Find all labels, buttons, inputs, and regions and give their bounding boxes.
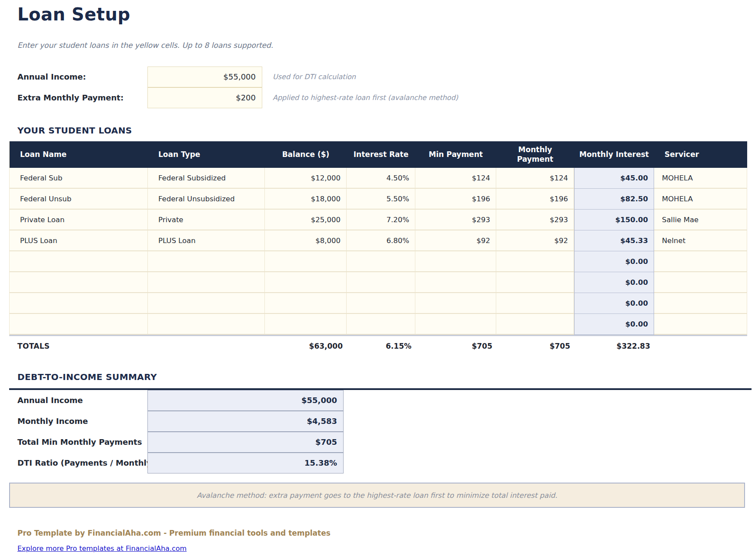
- monthly-interest-cell: $45.00: [574, 168, 654, 189]
- totals-monthly-interest: $322.83: [574, 336, 654, 357]
- dti-annual-income-label: Annual Income: [17, 390, 83, 411]
- dti-total-min-payments-label: Total Min Monthly Payments: [17, 432, 142, 453]
- dti-total-min-payments-value: $705: [147, 432, 344, 453]
- servicer-cell[interactable]: [654, 293, 747, 314]
- extra-payment-note: Applied to highest-rate loan first (aval…: [273, 87, 458, 108]
- interest-rate-cell[interactable]: 6.80%: [347, 230, 415, 251]
- interest-rate-cell[interactable]: 5.50%: [347, 189, 415, 210]
- col-header-monthly-interest: Monthly Interest: [574, 141, 654, 168]
- loan-name-cell[interactable]: Federal Unsub: [10, 189, 148, 210]
- annual-income-row: Annual Income: $55,000 Used for DTI calc…: [0, 67, 755, 87]
- dti-row: Annual Income $55,000: [9, 390, 752, 411]
- col-header-min-payment: Min Payment: [415, 141, 496, 168]
- servicer-cell[interactable]: [654, 314, 747, 335]
- dti-monthly-income-label: Monthly Income: [17, 411, 88, 432]
- extra-payment-input[interactable]: $200: [147, 87, 262, 108]
- annual-income-note: Used for DTI calculation: [273, 67, 356, 87]
- loan-type-cell[interactable]: [148, 251, 265, 272]
- balance-cell[interactable]: $8,000: [265, 230, 347, 251]
- loan-name-cell[interactable]: PLUS Loan: [10, 230, 148, 251]
- col-header-monthly-payment: Monthly Payment: [496, 141, 574, 168]
- totals-balance: $63,000: [264, 336, 346, 357]
- loan-type-cell[interactable]: PLUS Loan: [148, 230, 265, 251]
- interest-rate-cell[interactable]: [347, 314, 415, 335]
- monthly-payment-cell: $196: [496, 189, 574, 210]
- dti-section-heading: DEBT-TO-INCOME SUMMARY: [17, 372, 157, 382]
- dti-row: DTI Ratio (Payments / Monthly Income) 15…: [9, 453, 752, 473]
- totals-label: TOTALS: [9, 336, 147, 357]
- page-subtitle: Enter your student loans in the yellow c…: [17, 41, 273, 50]
- min-payment-cell[interactable]: [415, 272, 496, 293]
- balance-cell[interactable]: [265, 314, 347, 335]
- loans-section-heading: YOUR STUDENT LOANS: [17, 125, 132, 136]
- annual-income-input[interactable]: $55,000: [147, 67, 262, 87]
- loan-type-cell[interactable]: [148, 293, 265, 314]
- avalanche-note-text: Avalanche method: extra payment goes to …: [197, 491, 558, 500]
- loan-type-cell[interactable]: Federal Unsubsidized: [148, 189, 265, 210]
- extra-payment-label: Extra Monthly Payment:: [17, 87, 124, 108]
- loan-type-cell[interactable]: [148, 272, 265, 293]
- monthly-interest-cell: $45.33: [574, 230, 654, 251]
- monthly-payment-cell: $92: [496, 230, 574, 251]
- dti-row: Monthly Income $4,583: [9, 411, 752, 432]
- monthly-interest-cell: $82.50: [574, 189, 654, 210]
- min-payment-cell[interactable]: [415, 314, 496, 335]
- loan-name-cell[interactable]: [10, 251, 148, 272]
- footer-explore-link[interactable]: Explore more Pro templates at FinancialA…: [17, 544, 187, 553]
- monthly-payment-cell: [496, 293, 574, 314]
- servicer-cell[interactable]: Nelnet: [654, 230, 747, 251]
- min-payment-cell[interactable]: $293: [415, 210, 496, 230]
- page-title: Loan Setup: [17, 4, 130, 24]
- dti-monthly-income-value: $4,583: [147, 411, 344, 432]
- loan-type-cell[interactable]: Private: [148, 210, 265, 230]
- min-payment-cell[interactable]: $124: [415, 168, 496, 189]
- totals-interest-rate: 6.15%: [346, 336, 415, 357]
- servicer-cell[interactable]: [654, 251, 747, 272]
- monthly-payment-cell: $124: [496, 168, 574, 189]
- totals-row: TOTALS $63,000 6.15% $705 $705 $322.83: [9, 336, 747, 357]
- col-header-loan-name: Loan Name: [10, 141, 148, 168]
- balance-cell[interactable]: [265, 293, 347, 314]
- servicer-cell[interactable]: Sallie Mae: [654, 210, 747, 230]
- loan-type-cell[interactable]: [148, 314, 265, 335]
- min-payment-cell[interactable]: $92: [415, 230, 496, 251]
- loan-setup-page: Loan Setup Enter your student loans in t…: [0, 0, 755, 560]
- loan-name-cell[interactable]: Private Loan: [10, 210, 148, 230]
- monthly-interest-cell: $0.00: [574, 293, 654, 314]
- min-payment-cell[interactable]: [415, 251, 496, 272]
- monthly-payment-cell: $293: [496, 210, 574, 230]
- balance-cell[interactable]: $25,000: [265, 210, 347, 230]
- interest-rate-cell[interactable]: [347, 272, 415, 293]
- interest-rate-cell[interactable]: [347, 293, 415, 314]
- interest-rate-cell[interactable]: 4.50%: [347, 168, 415, 189]
- monthly-interest-cell: $0.00: [574, 272, 654, 293]
- monthly-payment-cell: [496, 314, 574, 335]
- loan-name-cell[interactable]: Federal Sub: [10, 168, 148, 189]
- interest-rate-cell[interactable]: 7.20%: [347, 210, 415, 230]
- footer-credit: Pro Template by FinancialAha.com - Premi…: [17, 529, 331, 537]
- monthly-interest-cell: $0.00: [574, 314, 654, 335]
- servicer-cell[interactable]: MOHELA: [654, 189, 747, 210]
- monthly-payment-cell: [496, 251, 574, 272]
- loan-name-cell[interactable]: [10, 293, 148, 314]
- interest-rate-cell[interactable]: [347, 251, 415, 272]
- totals-min-payment: $705: [415, 336, 496, 357]
- loan-type-cell[interactable]: Federal Subsidized: [148, 168, 265, 189]
- col-header-loan-type: Loan Type: [148, 141, 265, 168]
- loan-name-cell[interactable]: [10, 272, 148, 293]
- extra-payment-row: Extra Monthly Payment: $200 Applied to h…: [0, 87, 755, 108]
- min-payment-cell[interactable]: $196: [415, 189, 496, 210]
- col-header-interest-rate: Interest Rate: [347, 141, 415, 168]
- loan-name-cell[interactable]: [10, 314, 148, 335]
- servicer-cell[interactable]: MOHELA: [654, 168, 747, 189]
- min-payment-cell[interactable]: [415, 293, 496, 314]
- balance-cell[interactable]: [265, 272, 347, 293]
- monthly-payment-cell: [496, 272, 574, 293]
- balance-cell[interactable]: $12,000: [265, 168, 347, 189]
- balance-cell[interactable]: [265, 251, 347, 272]
- servicer-cell[interactable]: [654, 272, 747, 293]
- balance-cell[interactable]: $18,000: [265, 189, 347, 210]
- loans-table: Loan Name Loan Type Balance ($) Interest…: [9, 141, 747, 336]
- annual-income-label: Annual Income:: [17, 67, 86, 87]
- col-header-servicer: Servicer: [654, 141, 747, 168]
